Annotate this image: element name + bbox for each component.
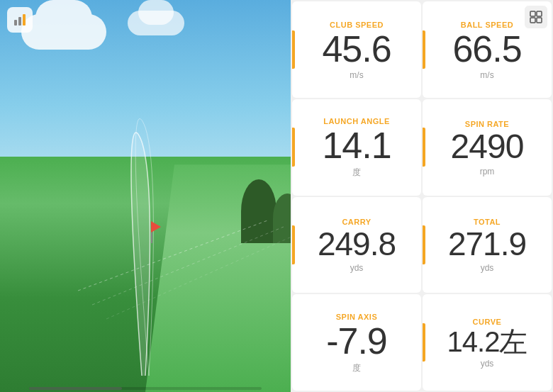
curve-card: CURVE 14.2左 yds (423, 294, 552, 391)
carry-card: CARRY 249.8 yds (292, 197, 421, 293)
launch-angle-card: LAUNCH ANGLE 14.1 度 (292, 99, 421, 196)
total-card: TOTAL 271.9 yds (423, 197, 552, 293)
curve-unit: yds (481, 359, 494, 369)
club-speed-unit: m/s (350, 70, 363, 80)
svg-line-1 (92, 227, 284, 305)
chart-icon (13, 13, 27, 27)
spin-axis-label: SPIN AXIS (336, 313, 378, 321)
svg-rect-11 (537, 11, 542, 16)
club-speed-card: CLUB SPEED 45.6 m/s (292, 1, 421, 98)
svg-rect-5 (23, 14, 26, 26)
svg-rect-12 (530, 18, 535, 23)
spin-rate-card: SPIN RATE 2490 rpm (423, 99, 552, 196)
golf-course-view (0, 0, 291, 392)
carry-unit: yds (350, 263, 364, 273)
chart-icon-button[interactable] (7, 7, 33, 33)
spin-rate-label: SPIN RATE (465, 120, 509, 128)
svg-rect-13 (537, 18, 542, 23)
svg-rect-3 (14, 20, 17, 26)
curve-label: CURVE (473, 318, 502, 326)
total-value: 271.9 (448, 228, 526, 260)
spin-rate-unit: rpm (480, 167, 495, 177)
spin-axis-value: -7.9 (326, 323, 387, 359)
launch-angle-unit: 度 (352, 167, 361, 179)
grid-toggle-button[interactable] (525, 6, 547, 28)
total-unit: yds (481, 263, 494, 273)
flag (151, 221, 161, 233)
stats-panel: CLUB SPEED 45.6 m/s BALL SPEED 66.5 m/s … (291, 0, 553, 392)
grid-icon-overlay (530, 11, 542, 23)
svg-rect-4 (18, 17, 21, 26)
svg-line-0 (78, 220, 269, 291)
svg-rect-10 (530, 11, 535, 16)
spin-axis-unit: 度 (352, 362, 361, 374)
club-speed-value: 45.6 (322, 30, 391, 67)
ball-speed-unit: m/s (480, 70, 493, 80)
curve-value: 14.2左 (447, 327, 527, 356)
spin-axis-card: SPIN AXIS -7.9 度 (292, 294, 421, 391)
scroll-bar[interactable] (29, 387, 262, 390)
ball-speed-value: 66.5 (452, 30, 521, 67)
scroll-thumb (29, 387, 122, 390)
ball-trajectory (0, 0, 291, 392)
carry-value: 249.8 (318, 228, 396, 260)
launch-angle-value: 14.1 (322, 127, 391, 164)
spin-rate-value: 2490 (451, 130, 524, 164)
